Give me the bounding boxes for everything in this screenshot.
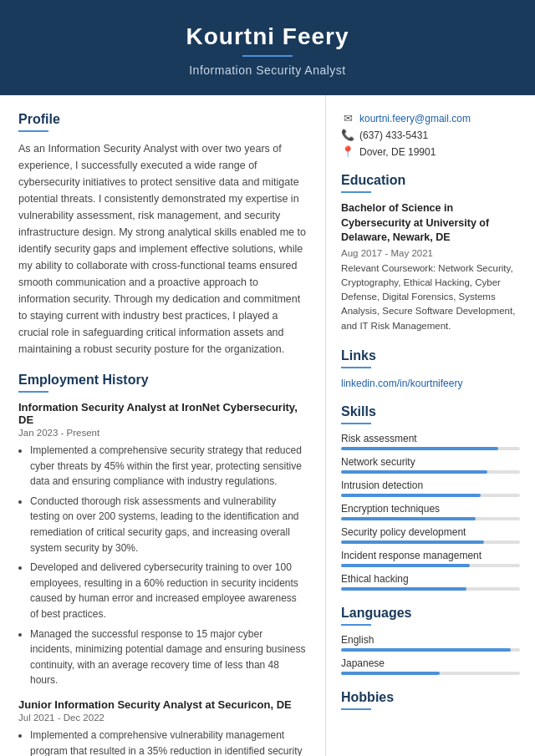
hobbies-section: Hobbies — [341, 690, 520, 710]
links-section-title: Links — [341, 348, 520, 363]
job-date: Jan 2023 - Present — [18, 428, 307, 438]
languages-divider — [341, 624, 371, 626]
job-bullet: Implemented a comprehensive security str… — [30, 443, 307, 490]
skill-bar-fill — [341, 517, 476, 520]
skill-item: Risk assessment — [341, 433, 520, 450]
language-bar-bg — [341, 648, 520, 652]
language-bar-fill — [341, 672, 440, 675]
skills-container: Risk assessmentNetwork securityIntrusion… — [341, 433, 520, 591]
language-item: English — [341, 634, 520, 652]
skill-bar-fill — [341, 447, 498, 450]
email-link[interactable]: kourtni.feery@gmail.com — [359, 113, 471, 124]
skill-name: Risk assessment — [341, 433, 520, 444]
left-column: Profile As an Information Security Analy… — [0, 95, 326, 756]
education-section-title: Education — [341, 173, 520, 188]
education-divider — [341, 191, 371, 193]
languages-section: Languages EnglishJapanese — [341, 606, 520, 675]
right-column: ✉ kourtni.feery@gmail.com 📞 (637) 433-54… — [326, 95, 535, 756]
employment-section: Employment History Information Security … — [18, 373, 307, 756]
skills-section: Skills Risk assessmentNetwork securityIn… — [341, 404, 520, 591]
skill-bar-fill — [341, 470, 487, 474]
language-bar-bg — [341, 672, 520, 675]
phone-contact: 📞 (637) 433-5431 — [341, 129, 520, 141]
skill-bar-bg — [341, 494, 520, 497]
skill-item: Security policy development — [341, 526, 520, 544]
edu-date: Aug 2017 - May 2021 — [341, 248, 520, 258]
skill-bar-bg — [341, 470, 520, 474]
skill-item: Ethical hacking — [341, 573, 520, 591]
contact-section: ✉ kourtni.feery@gmail.com 📞 (637) 433-54… — [341, 112, 520, 158]
profile-text: As an Information Security Analyst with … — [18, 140, 307, 358]
job-date: Jul 2021 - Dec 2022 — [18, 713, 307, 723]
skill-item: Encryption techniques — [341, 503, 520, 520]
profile-section: Profile As an Information Security Analy… — [18, 112, 307, 358]
skill-name: Network security — [341, 456, 520, 468]
edu-degree: Bachelor of Science in Cybersecurity at … — [341, 201, 520, 246]
resume-header: Kourtni Feery Information Security Analy… — [0, 0, 535, 95]
location-text: Dover, DE 19901 — [359, 146, 436, 158]
resume-body: Profile As an Information Security Analy… — [0, 95, 535, 756]
job-item: Junior Information Security Analyst at S… — [18, 698, 307, 756]
skill-bar-fill — [341, 540, 484, 544]
job-bullet: Implemented a comprehensive vulnerabilit… — [30, 728, 307, 756]
employment-section-title: Employment History — [18, 373, 307, 388]
job-bullet: Conducted thorough risk assessments and … — [30, 494, 307, 556]
skill-item: Intrusion detection — [341, 479, 520, 497]
candidate-title: Information Security Analyst — [17, 63, 518, 77]
skill-bar-fill — [341, 494, 481, 497]
edu-coursework: Relevant Coursework: Network Security, C… — [341, 261, 520, 333]
skill-item: Network security — [341, 456, 520, 474]
links-divider — [341, 367, 371, 368]
education-section: Education Bachelor of Science in Cyberse… — [341, 173, 520, 333]
skill-name: Incident response management — [341, 550, 520, 561]
profile-divider — [18, 130, 48, 132]
phone-text: (637) 433-5431 — [359, 129, 428, 141]
skill-bar-fill — [341, 564, 470, 567]
skill-name: Security policy development — [341, 526, 520, 538]
skill-bar-fill — [341, 587, 466, 591]
links-container: linkedin.com/in/kourtnifeery — [341, 377, 520, 389]
skill-item: Incident response management — [341, 550, 520, 567]
job-item: Information Security Analyst at IronNet … — [18, 401, 307, 688]
hobbies-section-title: Hobbies — [341, 690, 520, 705]
job-bullet: Developed and delivered cybersecurity tr… — [30, 560, 307, 622]
language-name: Japanese — [341, 657, 520, 669]
skill-bar-bg — [341, 540, 520, 544]
link-anchor[interactable]: linkedin.com/in/kourtnifeery — [341, 378, 462, 389]
languages-section-title: Languages — [341, 606, 520, 621]
header-underline — [242, 55, 293, 57]
location-icon: 📍 — [341, 145, 354, 158]
phone-icon: 📞 — [341, 129, 354, 141]
skill-bar-bg — [341, 517, 520, 520]
skill-name: Ethical hacking — [341, 573, 520, 585]
skill-name: Intrusion detection — [341, 479, 520, 491]
skill-bar-bg — [341, 564, 520, 567]
employment-divider — [18, 391, 48, 393]
languages-container: EnglishJapanese — [341, 634, 520, 675]
hobbies-divider — [341, 708, 371, 710]
location-contact: 📍 Dover, DE 19901 — [341, 145, 520, 158]
job-title: Information Security Analyst at IronNet … — [18, 401, 307, 426]
job-bullet: Managed the successful response to 15 ma… — [30, 627, 307, 688]
skill-bar-bg — [341, 447, 520, 450]
language-name: English — [341, 634, 520, 646]
skill-bar-bg — [341, 587, 520, 591]
jobs-container: Information Security Analyst at IronNet … — [18, 401, 307, 756]
skills-section-title: Skills — [341, 404, 520, 419]
email-contact: ✉ kourtni.feery@gmail.com — [341, 112, 520, 124]
link-item: linkedin.com/in/kourtnifeery — [341, 377, 520, 389]
job-title: Junior Information Security Analyst at S… — [18, 698, 307, 711]
job-bullets: Implemented a comprehensive security str… — [18, 443, 307, 688]
job-bullets: Implemented a comprehensive vulnerabilit… — [18, 728, 307, 756]
language-bar-fill — [341, 648, 511, 652]
links-section: Links linkedin.com/in/kourtnifeery — [341, 348, 520, 389]
language-item: Japanese — [341, 657, 520, 675]
candidate-name: Kourtni Feery — [17, 23, 518, 50]
email-icon: ✉ — [341, 112, 354, 124]
profile-section-title: Profile — [18, 112, 307, 127]
skill-name: Encryption techniques — [341, 503, 520, 515]
skills-divider — [341, 423, 371, 424]
